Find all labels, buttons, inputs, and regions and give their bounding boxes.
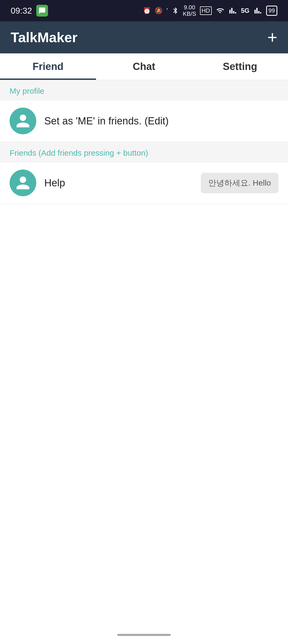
wifi-icon — [215, 7, 225, 14]
5g-icon: 5G — [241, 7, 250, 14]
mute-icon: 🔕 — [155, 7, 163, 14]
my-profile-section-label: My profile — [0, 80, 288, 100]
app-header: TalkMaker + — [0, 21, 288, 53]
friend-name: Help — [44, 177, 193, 189]
battery-indicator: 99 — [266, 6, 277, 16]
friends-section-bg: Friends (Add friends pressing + button) — [0, 142, 288, 162]
status-left: 09:32 — [11, 5, 48, 17]
tab-setting[interactable]: Setting — [192, 53, 288, 80]
signal2-icon — [253, 7, 262, 14]
divider-4 — [0, 204, 288, 204]
bluetooth-icon — [172, 7, 179, 14]
my-profile-avatar — [10, 108, 36, 134]
signal-icon — [228, 7, 237, 14]
tab-setting-label: Setting — [223, 61, 257, 72]
app-title: TalkMaker — [11, 29, 78, 45]
status-bar: 09:32 ⏰ 🔕 ’ 9.00KB/S HD 5G — [0, 0, 288, 21]
message-notification-icon — [36, 5, 48, 17]
status-time: 09:32 — [11, 6, 32, 16]
status-right: ⏰ 🔕 ’ 9.00KB/S HD 5G 99 — [143, 4, 277, 17]
tab-chat[interactable]: Chat — [96, 53, 192, 80]
friends-section-label: Friends (Add friends pressing + button) — [0, 142, 288, 162]
bluetooth-icon: ’ — [166, 7, 168, 15]
bottom-nav-indicator — [117, 634, 171, 636]
add-button[interactable]: + — [267, 29, 277, 46]
last-message-text: 안녕하세요. Hello — [208, 178, 271, 187]
tab-friend[interactable]: Friend — [0, 53, 96, 80]
my-profile-name: Set as 'ME' in friends. (Edit) — [44, 115, 278, 127]
hd-icon: HD — [200, 6, 212, 15]
friend-row[interactable]: Help 안녕하세요. Hello — [0, 162, 288, 204]
alarm-icon: ⏰ — [143, 7, 151, 14]
tab-friend-label: Friend — [33, 61, 63, 72]
network-speed: 9.00KB/S — [183, 4, 196, 17]
tab-chat-label: Chat — [133, 61, 155, 72]
tab-bar: Friend Chat Setting — [0, 53, 288, 80]
my-profile-row[interactable]: Set as 'ME' in friends. (Edit) — [0, 100, 288, 142]
last-message-bubble: 안녕하세요. Hello — [201, 173, 278, 193]
friend-avatar — [10, 170, 36, 196]
battery-level: 99 — [269, 7, 275, 14]
main-content: My profile Set as 'ME' in friends. (Edit… — [0, 80, 288, 644]
